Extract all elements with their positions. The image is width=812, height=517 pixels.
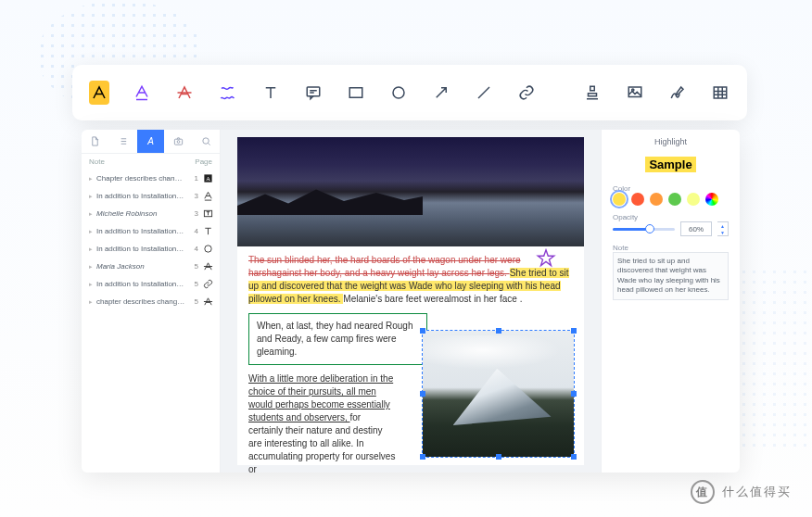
color-swatches xyxy=(613,193,729,206)
underlined-text[interactable]: With a little more deliberation in the c… xyxy=(248,373,393,422)
plain-text-1: Melanie's bare feet werealmost in her fa… xyxy=(343,294,522,304)
hero-image xyxy=(237,137,584,246)
arrow-tool[interactable] xyxy=(431,81,451,105)
sidebar-tab-list[interactable] xyxy=(109,130,137,153)
editor-window: A NotePage ▸Chapter describes change Sho… xyxy=(82,130,740,473)
color-swatch[interactable] xyxy=(631,193,644,206)
svg-point-7 xyxy=(177,141,180,144)
note-row[interactable]: ▸In addition to Installation instru…3 xyxy=(82,187,220,205)
note-row[interactable]: ▸chapter describes change Sho…5 xyxy=(82,293,220,310)
note-row[interactable]: ▸Michelle Robinson3 xyxy=(82,205,220,222)
rectangle-tool[interactable] xyxy=(346,81,366,105)
color-swatch[interactable] xyxy=(668,193,681,206)
squiggly-tool[interactable] xyxy=(217,81,237,105)
color-swatch[interactable] xyxy=(705,193,718,206)
sidebar-tab-annotations[interactable]: A xyxy=(137,130,165,153)
svg-rect-5 xyxy=(714,87,727,98)
svg-point-4 xyxy=(631,89,633,91)
sample-preview: Sample xyxy=(645,157,695,172)
link-tool[interactable] xyxy=(516,81,537,105)
note-text: In addition to Installation instru… xyxy=(96,245,185,253)
annotation-toolbar xyxy=(72,65,747,120)
image-tool[interactable] xyxy=(625,81,645,105)
svg-rect-1 xyxy=(349,88,362,98)
note-row[interactable]: ▸In addition to Installation instru…4 xyxy=(82,222,220,240)
text-box-icon xyxy=(202,208,214,220)
sidebar-tab-outline[interactable] xyxy=(82,130,109,153)
color-label: Color xyxy=(613,184,729,193)
stamp-tool[interactable] xyxy=(582,81,603,105)
table-tool[interactable] xyxy=(710,81,730,105)
note-label: Note xyxy=(613,244,729,252)
opacity-value[interactable]: 60% xyxy=(680,221,712,236)
note-text: In addition to Installation instru… xyxy=(96,192,185,200)
note-row[interactable]: ▸In addition to Installation instru…4 xyxy=(82,240,220,258)
image-selection[interactable] xyxy=(422,330,575,458)
color-swatch[interactable] xyxy=(650,193,663,206)
link-icon xyxy=(202,278,214,290)
underline-tool[interactable] xyxy=(132,81,152,105)
line-tool[interactable] xyxy=(474,81,494,105)
note-row[interactable]: ▸Chapter describes change Sho…1A xyxy=(82,170,220,187)
circle-icon xyxy=(202,243,214,255)
highlight-tool[interactable] xyxy=(89,81,109,105)
svg-rect-0 xyxy=(307,87,320,96)
highlight-icon: A xyxy=(202,172,214,184)
strike-icon xyxy=(202,260,214,272)
note-row[interactable]: ▸Maria Jackson5 xyxy=(82,258,220,275)
signature-tool[interactable] xyxy=(667,81,688,105)
text-icon xyxy=(202,225,214,237)
notes-header-note: Note xyxy=(89,158,105,166)
svg-point-12 xyxy=(205,246,211,252)
opacity-slider[interactable] xyxy=(613,228,675,231)
strikethrough-tool[interactable] xyxy=(174,81,195,105)
note-text: Chapter describes change Sho… xyxy=(96,174,185,183)
note-text: In addition to Installation instru… xyxy=(96,227,185,235)
star-annotation[interactable] xyxy=(536,248,556,269)
opacity-stepper[interactable]: ▲▼ xyxy=(717,221,729,236)
svg-point-8 xyxy=(202,138,208,144)
opacity-label: Opacity xyxy=(613,213,729,221)
circle-tool[interactable] xyxy=(388,81,409,105)
properties-panel: Highlight Sample Color Opacity 60% ▲▼ No… xyxy=(601,130,740,473)
notes-header-page: Page xyxy=(195,158,212,166)
svg-point-2 xyxy=(393,87,404,98)
svg-text:A: A xyxy=(206,175,210,182)
sidebar-tab-search[interactable] xyxy=(192,130,220,153)
sidebar-tab-snapshot[interactable] xyxy=(164,130,192,153)
underline-icon xyxy=(202,190,214,202)
note-textarea[interactable]: She tried to sit up and discovered that … xyxy=(613,252,729,300)
note-text: In addition to Installation instru… xyxy=(96,280,185,288)
watermark: 值 什么值得买 xyxy=(691,480,792,504)
panel-title: Highlight xyxy=(613,137,729,146)
strike-icon xyxy=(202,296,214,308)
strikethrough-text[interactable]: The sun blinded her, the hard boards of … xyxy=(248,255,521,278)
color-swatch[interactable] xyxy=(613,193,626,206)
color-swatch[interactable] xyxy=(687,193,700,206)
note-text: chapter describes change Sho… xyxy=(96,297,185,306)
sidebar: A NotePage ▸Chapter describes change Sho… xyxy=(82,130,221,473)
note-tool[interactable] xyxy=(303,81,324,105)
note-row[interactable]: ▸In addition to Installation instru…5 xyxy=(82,275,220,293)
note-text: Maria Jackson xyxy=(96,262,185,271)
boxed-text[interactable]: When, at last, they had neared Rough and… xyxy=(248,313,427,365)
svg-rect-6 xyxy=(174,139,182,145)
note-text: Michelle Robinson xyxy=(96,209,185,218)
text-tool[interactable] xyxy=(260,81,281,105)
document-area[interactable]: The sun blinded her, the hard boards of … xyxy=(221,130,601,473)
